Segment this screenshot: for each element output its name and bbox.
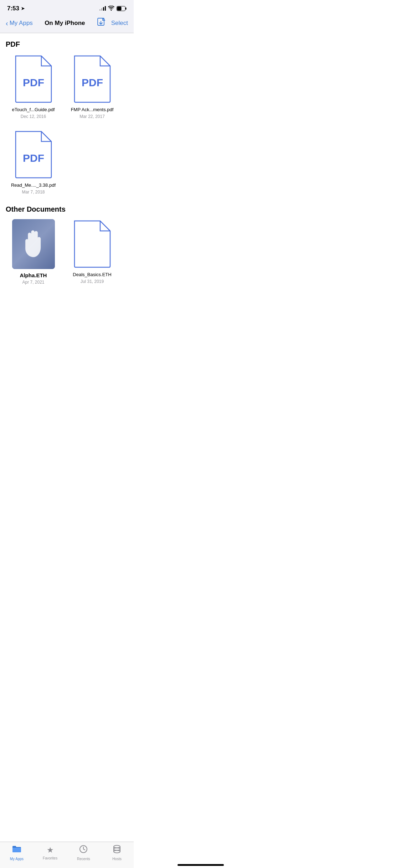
generic-doc-icon (71, 219, 114, 269)
list-item[interactable]: PDF Read_Me...._3.38.pdf Mar 7, 2018 (6, 130, 61, 195)
pdf-icon: PDF (12, 54, 55, 104)
location-arrow-icon: ➤ (21, 6, 25, 11)
pdf-section-header: PDF (6, 40, 128, 48)
svg-text:PDF: PDF (82, 77, 103, 88)
signal-icon (99, 6, 106, 11)
chevron-left-icon: ‹ (6, 19, 8, 27)
file-date: Dec 12, 2016 (21, 114, 46, 119)
list-item[interactable]: Alpha.ETH Apr 7, 2021 (6, 219, 61, 285)
status-icons (99, 6, 127, 12)
content-area: PDF PDF eTouch_f...Guide.pdf Dec 12, 201… (0, 33, 134, 327)
nav-actions: Select (97, 18, 128, 29)
other-docs-section: Other Documents (6, 205, 128, 289)
file-date: Mar 22, 2017 (79, 114, 105, 119)
pdf-files-row2: PDF Read_Me...._3.38.pdf Mar 7, 2018 (6, 130, 128, 198)
import-icon[interactable] (97, 18, 106, 29)
svg-text:PDF: PDF (23, 152, 44, 164)
back-label[interactable]: My Apps (10, 20, 33, 27)
svg-rect-2 (117, 7, 122, 11)
status-bar: 7:53 ➤ (0, 0, 134, 14)
file-name: FMP Ack...ments.pdf (71, 107, 114, 113)
back-button[interactable]: ‹ My Apps (6, 19, 33, 27)
pdf-icon: PDF (71, 54, 114, 104)
svg-rect-1 (125, 7, 127, 10)
file-date: Apr 7, 2021 (22, 280, 44, 285)
other-docs-grid: Alpha.ETH Apr 7, 2021 Deals_Basics.ETH J… (6, 219, 128, 289)
wifi-icon (108, 6, 114, 12)
pdf-section: PDF PDF eTouch_f...Guide.pdf Dec 12, 201… (6, 40, 128, 198)
other-docs-header: Other Documents (6, 205, 128, 213)
file-date: Mar 7, 2018 (22, 190, 45, 195)
list-item[interactable]: Deals_Basics.ETH Jul 31, 2019 (65, 219, 120, 285)
file-thumbnail (12, 219, 55, 269)
list-item[interactable]: PDF eTouch_f...Guide.pdf Dec 12, 2016 (6, 54, 61, 119)
list-item[interactable]: PDF FMP Ack...ments.pdf Mar 22, 2017 (65, 54, 120, 119)
pdf-icon: PDF (12, 130, 55, 180)
time-text: 7:53 (7, 5, 19, 12)
battery-icon (117, 6, 127, 11)
hand-image (12, 219, 55, 269)
nav-bar: ‹ My Apps On My iPhone Select (0, 14, 134, 33)
file-name: Read_Me...._3.38.pdf (11, 182, 56, 188)
file-name: Alpha.ETH (20, 272, 47, 279)
file-date: Jul 31, 2019 (81, 279, 104, 284)
select-button[interactable]: Select (111, 20, 128, 27)
pdf-files-grid: PDF eTouch_f...Guide.pdf Dec 12, 2016 PD… (6, 54, 128, 123)
file-name: eTouch_f...Guide.pdf (12, 107, 55, 113)
svg-text:PDF: PDF (23, 77, 44, 88)
file-name: Deals_Basics.ETH (73, 272, 111, 278)
status-time: 7:53 ➤ (7, 5, 25, 12)
nav-title: On My iPhone (45, 20, 85, 27)
